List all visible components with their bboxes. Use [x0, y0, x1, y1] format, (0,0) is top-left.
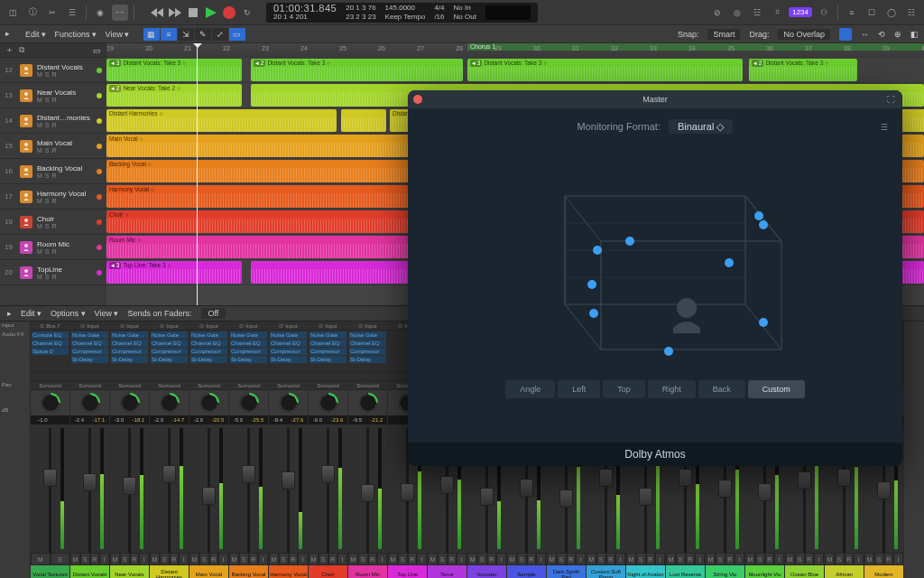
input-button[interactable]: I — [139, 553, 149, 565]
mute-button[interactable]: M — [348, 553, 358, 565]
solo-button[interactable]: S — [51, 553, 70, 565]
track-header[interactable]: 20 TopLine MSR — [0, 260, 106, 285]
panel-titlebar[interactable]: Master ⛶ — [408, 90, 902, 108]
view-menu[interactable]: View ▾ — [106, 30, 129, 39]
fader-cap[interactable] — [43, 469, 57, 487]
record-button[interactable]: R — [52, 198, 57, 204]
send-slot[interactable] — [229, 372, 268, 381]
mute-button[interactable]: M — [666, 553, 676, 565]
mute-button[interactable]: M — [110, 553, 120, 565]
channel-label[interactable]: Main Vocal — [189, 565, 228, 578]
solo-button[interactable]: S — [477, 553, 487, 565]
tool-icon[interactable]: ☳ — [749, 5, 765, 21]
fx-slot[interactable]: Noise Gate — [270, 331, 307, 339]
audio-region[interactable]: ◂ 2Distant Vocals: Take 3 ○ — [749, 59, 857, 81]
fx-slot[interactable]: St-Delay — [190, 356, 227, 363]
channel-label[interactable]: Night of Avalon — [626, 565, 665, 578]
atmos-3d-view[interactable] — [511, 142, 799, 368]
library-icon[interactable]: ◫ — [5, 5, 21, 21]
pan-knob[interactable] — [80, 393, 100, 413]
track-header[interactable]: 15 Main Vocal MSR — [0, 134, 106, 159]
fx-slot[interactable]: Channel EQ — [111, 340, 148, 347]
mixer-channel[interactable]: ⊙ Input Noise GateChannel EQCompressorSt… — [269, 322, 309, 578]
output-slot[interactable]: Surround — [31, 381, 69, 390]
fader-cap[interactable] — [162, 465, 176, 483]
channel-label[interactable]: Room Mic — [348, 565, 387, 578]
fx-slot[interactable]: Console EQ — [32, 331, 69, 339]
note-badge[interactable]: 1234 — [789, 7, 812, 17]
input-slot[interactable]: ⊙ Bus 7 — [31, 322, 69, 331]
mute-button[interactable]: M — [37, 198, 42, 204]
output-slot[interactable]: Surround — [110, 381, 149, 390]
input-button[interactable]: I — [893, 553, 903, 565]
output-slot[interactable]: Surround — [70, 381, 109, 390]
record-button[interactable] — [221, 5, 237, 21]
output-slot[interactable]: Surround — [150, 381, 189, 390]
rec-button[interactable]: R — [686, 553, 696, 565]
fader-cap[interactable] — [639, 488, 652, 506]
lcd-display[interactable]: 01:00:31.84520 1 4 201 20 1 3 7623 2 3 2… — [266, 3, 538, 23]
menu-icon[interactable]: ☰ — [881, 123, 888, 132]
input-slot[interactable]: ⊙ Input — [229, 322, 268, 331]
notes-icon[interactable]: ☐ — [864, 5, 880, 21]
fader-cap[interactable] — [361, 484, 374, 502]
solo-button[interactable]: S — [596, 553, 606, 565]
input-button[interactable]: I — [179, 553, 189, 565]
rec-button[interactable]: R — [408, 553, 418, 565]
avatar-icon[interactable]: ⚇ — [816, 5, 832, 21]
functions-menu[interactable]: Functions ▾ — [55, 30, 97, 39]
mute-button[interactable]: M — [37, 223, 42, 229]
fx-slot[interactable]: Noise Gate — [310, 331, 346, 339]
channel-label[interactable]: African — [825, 565, 864, 578]
fader-cap[interactable] — [679, 469, 692, 487]
header-icon[interactable]: ▭ — [93, 46, 101, 55]
audio-region[interactable]: ◂ 3Distant Vocals: Take 5 ○ — [106, 59, 242, 81]
channel-label[interactable]: Lost Reverse — [666, 565, 705, 578]
rec-button[interactable]: R — [646, 553, 656, 565]
mute-button[interactable]: M — [37, 122, 42, 128]
add-track-button[interactable]: ＋ — [5, 44, 14, 56]
metronome-icon[interactable]: ◉ — [92, 5, 108, 21]
input-button[interactable]: I — [337, 553, 347, 565]
loops-icon[interactable]: ◯ — [883, 5, 900, 21]
view-menu[interactable]: View ▾ — [95, 309, 119, 318]
input-slot[interactable]: ⊙ Input — [348, 322, 387, 331]
input-slot[interactable]: ⊙ Input — [269, 322, 308, 331]
rec-button[interactable]: R — [170, 553, 180, 565]
fx-slot[interactable]: St-Delay — [151, 356, 188, 363]
fader-area[interactable] — [189, 424, 228, 553]
fader-cap[interactable] — [83, 473, 97, 491]
solo-button[interactable]: S — [398, 553, 408, 565]
view-tab-left[interactable]: Left — [558, 380, 600, 398]
send-slot[interactable] — [150, 372, 189, 381]
input-button[interactable]: I — [417, 553, 427, 565]
mute-button[interactable]: M — [706, 553, 716, 565]
mute-button[interactable]: M — [189, 553, 199, 565]
fader-cap[interactable] — [877, 481, 891, 499]
mute-button[interactable]: M — [37, 172, 42, 179]
record-button[interactable]: R — [52, 223, 57, 229]
channel-label[interactable]: String Vio — [706, 565, 744, 578]
record-button[interactable]: R — [52, 122, 57, 128]
rec-button[interactable]: R — [289, 553, 299, 565]
tool-icon[interactable]: ⊘ — [709, 5, 725, 21]
solo-button[interactable]: S — [45, 71, 50, 78]
audio-region[interactable] — [341, 109, 386, 132]
mixer-channel[interactable]: ⊙ Input Noise GateChannel EQCompressorSt… — [110, 322, 150, 578]
mute-button[interactable]: M — [428, 553, 438, 565]
fx-slot[interactable]: St-Delay — [71, 356, 108, 363]
fader-area[interactable] — [269, 424, 308, 553]
toolbar-icon[interactable]: ✂ — [44, 5, 60, 21]
expand-icon[interactable]: ⛶ — [887, 95, 895, 104]
fader-cap[interactable] — [758, 483, 772, 501]
edit-menu[interactable]: Edit ▾ — [25, 30, 46, 39]
fx-slot[interactable]: Noise Gate — [111, 331, 148, 339]
channel-label[interactable]: Distant Vocals — [70, 565, 109, 578]
fader-area[interactable] — [70, 424, 109, 553]
send-slot[interactable] — [70, 372, 109, 381]
solo-button[interactable]: S — [45, 198, 50, 204]
fader-area[interactable] — [348, 424, 387, 553]
rec-button[interactable]: R — [765, 553, 775, 565]
solo-button[interactable]: S — [80, 553, 90, 565]
fx-slot[interactable]: Channel EQ — [71, 340, 108, 347]
